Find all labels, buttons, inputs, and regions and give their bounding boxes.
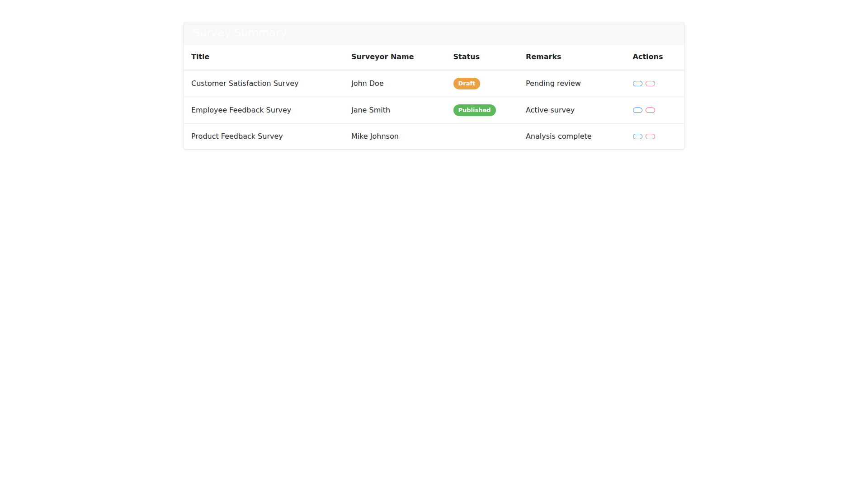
table-row: Employee Feedback Survey Jane Smith Publ… (184, 97, 684, 124)
cell-remarks: Analysis complete (519, 124, 626, 150)
delete-button[interactable] (646, 81, 655, 86)
cell-title: Product Feedback Survey (184, 124, 344, 150)
table-row: Product Feedback Survey Mike Johnson Ana… (184, 124, 684, 150)
cell-actions (626, 70, 684, 97)
cell-status: Draft (446, 70, 519, 97)
edit-button[interactable] (633, 108, 642, 113)
page-container: Survey Summary Title Surveyor Name Statu… (184, 22, 684, 150)
cell-remarks: Pending review (519, 70, 626, 97)
cell-remarks: Active survey (519, 97, 626, 124)
column-header-remarks: Remarks (519, 44, 626, 70)
column-header-title: Title (184, 44, 344, 70)
cell-surveyor-name: Mike Johnson (344, 124, 446, 150)
delete-button[interactable] (646, 108, 655, 113)
cell-actions (626, 97, 684, 124)
actions-group (633, 131, 677, 142)
column-header-surveyor-name: Surveyor Name (344, 44, 446, 70)
delete-button[interactable] (646, 134, 655, 139)
edit-button[interactable] (633, 81, 642, 86)
cell-title: Employee Feedback Survey (184, 97, 344, 124)
status-badge: Published (453, 104, 496, 116)
survey-summary-card: Survey Summary Title Surveyor Name Statu… (184, 22, 684, 150)
cell-status: Published (446, 97, 519, 124)
table-header-row: Title Surveyor Name Status Remarks Actio… (184, 44, 684, 70)
table-row: Customer Satisfaction Survey John Doe Dr… (184, 70, 684, 97)
cell-title: Customer Satisfaction Survey (184, 70, 344, 97)
column-header-status: Status (446, 44, 519, 70)
actions-group (633, 105, 677, 116)
cell-actions (626, 124, 684, 150)
card-title: Survey Summary (193, 27, 287, 39)
cell-status (446, 124, 519, 150)
survey-table: Title Surveyor Name Status Remarks Actio… (184, 44, 684, 149)
status-badge: Draft (453, 78, 481, 89)
edit-button[interactable] (633, 134, 642, 139)
actions-group (633, 78, 677, 89)
card-header: Survey Summary (184, 22, 684, 44)
cell-surveyor-name: John Doe (344, 70, 446, 97)
column-header-actions: Actions (626, 44, 684, 70)
cell-surveyor-name: Jane Smith (344, 97, 446, 124)
